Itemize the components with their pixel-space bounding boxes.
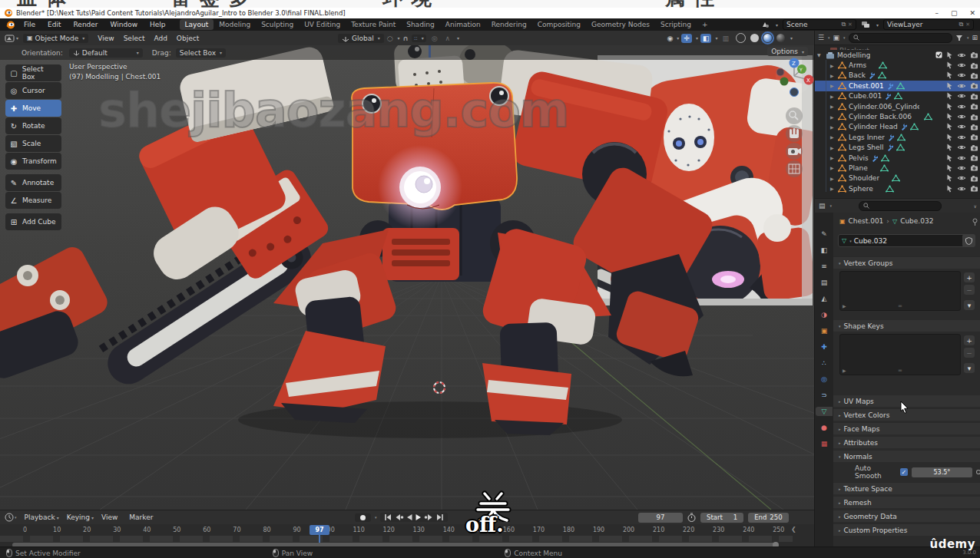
workspace-tab[interactable]: Animation: [440, 19, 486, 30]
editor-type-icon[interactable]: [5, 34, 15, 43]
expand-caret[interactable]: ▶: [830, 145, 836, 150]
list-grip[interactable]: =: [898, 368, 902, 374]
new-collection-icon[interactable]: ⊞: [972, 34, 978, 41]
render-camera-icon[interactable]: [970, 114, 978, 121]
falloff-icon[interactable]: ∧: [443, 34, 453, 43]
properties-tab-icon[interactable]: ◑: [816, 310, 833, 319]
scene-field[interactable]: Scene ⧉ ✕: [783, 19, 856, 30]
expand-caret[interactable]: ▶: [830, 124, 836, 130]
section-geometry-data[interactable]: ▸Geometry Data: [833, 510, 980, 522]
selectable-icon[interactable]: [946, 154, 953, 162]
visibility-caret[interactable]: ▾: [677, 35, 679, 41]
shading-rendered-icon[interactable]: [776, 34, 785, 42]
minimize-button[interactable]: –: [935, 9, 939, 17]
workspace-tab[interactable]: Compositing: [532, 19, 586, 30]
timeline-menu-item[interactable]: Keying▾: [67, 513, 94, 521]
workspace-tab[interactable]: UV Editing: [299, 19, 346, 30]
render-camera-icon[interactable]: [970, 124, 978, 130]
axis-neg-z-handle[interactable]: [790, 88, 799, 97]
outliner-object-row[interactable]: ▶ Back: [815, 71, 980, 81]
display-mode-caret[interactable]: ▾: [843, 35, 846, 40]
tool-button[interactable]: Cursor: [5, 82, 61, 99]
scene-dropdown-caret[interactable]: ▾: [776, 22, 778, 28]
selectable-icon[interactable]: [946, 61, 953, 69]
selectable-icon[interactable]: [946, 92, 953, 100]
jump-to-start-button[interactable]: [383, 513, 392, 521]
proportional-editing-icon[interactable]: ◎: [429, 34, 440, 43]
selectable-icon[interactable]: [946, 82, 953, 90]
fake-user-button[interactable]: [962, 234, 975, 247]
tool-button[interactable]: Transform: [5, 153, 61, 170]
auto-keying-button[interactable]: [355, 513, 371, 522]
editor-type-caret[interactable]: ▾: [16, 35, 18, 41]
render-camera-icon[interactable]: [970, 103, 978, 110]
selectable-icon[interactable]: [946, 71, 953, 79]
selectable-icon[interactable]: [946, 174, 953, 182]
outliner-object-row[interactable]: ▶ Sphere: [815, 183, 980, 193]
overlays-caret[interactable]: ▾: [715, 35, 717, 41]
camera-view-button[interactable]: [786, 143, 803, 160]
hide-eye-icon[interactable]: [957, 155, 966, 161]
new-viewlayer-icon[interactable]: ⧉: [958, 21, 963, 28]
outliner-collection-row[interactable]: ▼ Modelling: [815, 50, 980, 60]
selectable-icon[interactable]: [946, 123, 953, 130]
render-camera-icon[interactable]: [970, 82, 978, 89]
scene-icon[interactable]: [760, 21, 770, 28]
play-reverse-button[interactable]: [406, 513, 413, 521]
properties-tab-icon[interactable]: ●: [816, 423, 833, 432]
outliner-object-row[interactable]: ▶ Legs Shell: [815, 143, 980, 153]
transform-orientation[interactable]: Global ▾: [338, 34, 384, 43]
breadcrumb-object[interactable]: Chest.001: [849, 217, 884, 225]
workspace-tab[interactable]: Sculpting: [256, 19, 299, 30]
expand-caret[interactable]: ▶: [830, 134, 836, 140]
add-shape-key-button[interactable]: +: [964, 335, 975, 345]
auto-smooth-checkbox[interactable]: ✓: [900, 468, 907, 476]
expand-caret[interactable]: ▼: [817, 52, 823, 58]
axis-neg-x-handle[interactable]: [776, 68, 784, 76]
timeline-editor-icon[interactable]: [5, 513, 14, 522]
collection-checkbox[interactable]: [935, 51, 942, 58]
region-collapse-arrow[interactable]: ❮: [791, 526, 796, 533]
section-remesh[interactable]: ▸Remesh: [833, 496, 980, 508]
selectable-icon[interactable]: [946, 113, 953, 121]
stopwatch-icon[interactable]: [687, 513, 696, 522]
render-camera-icon[interactable]: [970, 72, 978, 79]
pan-view-button[interactable]: [786, 125, 803, 142]
section-custom-properties[interactable]: ▸Custom Properties: [833, 523, 980, 536]
vertex-group-specials-button[interactable]: ▾: [964, 300, 975, 310]
close-button[interactable]: ✕: [969, 9, 975, 17]
expand-caret[interactable]: ▶: [830, 155, 836, 160]
blender-logo-icon[interactable]: [5, 20, 15, 30]
falloff-caret[interactable]: ▾: [457, 35, 459, 41]
outliner-display-mode-icon[interactable]: ▣: [833, 34, 840, 41]
next-keyframe-button[interactable]: [424, 513, 434, 521]
shape-keys-list[interactable]: ▶ =: [839, 334, 961, 375]
viewport-menu-item[interactable]: Select: [124, 35, 145, 42]
outliner-object-row[interactable]: ▶ Cylinder.006_Cylinder.022: [815, 101, 980, 111]
properties-tab-icon[interactable]: ▤: [816, 278, 833, 287]
list-resize-corner[interactable]: ▶: [843, 368, 846, 373]
expand-caret[interactable]: ▶: [830, 63, 836, 68]
timeline-menu-item[interactable]: View▾: [101, 513, 121, 521]
tool-button[interactable]: Move: [5, 100, 61, 117]
hide-eye-icon[interactable]: [957, 175, 966, 181]
outliner-object-row[interactable]: ▶ Shoulder: [815, 173, 980, 183]
menu-item[interactable]: File: [18, 21, 41, 28]
render-camera-icon[interactable]: [970, 164, 978, 171]
playhead-frame-badge[interactable]: 97: [310, 525, 329, 535]
shading-caret[interactable]: ▾: [790, 35, 793, 41]
outliner-object-row[interactable]: ▶ Pelvis: [815, 153, 980, 163]
render-camera-icon[interactable]: [970, 185, 978, 192]
hide-eye-icon[interactable]: [957, 83, 966, 89]
viewport-nav-gizmo[interactable]: Z Y X: [774, 56, 814, 179]
tool-button[interactable]: Select Box: [5, 64, 61, 81]
hide-eye-icon[interactable]: [957, 62, 966, 68]
overlays-toggle-icon[interactable]: ◧: [700, 34, 712, 43]
menu-item[interactable]: Help: [144, 21, 172, 28]
section-attributes[interactable]: ▸Attributes: [833, 436, 980, 448]
hide-eye-icon[interactable]: [957, 186, 966, 192]
filter-icon[interactable]: [955, 35, 963, 41]
section-shape-keys[interactable]: ▾ Shape Keys: [833, 319, 980, 332]
auto-smooth-angle-slider[interactable]: 53.5°: [912, 467, 973, 477]
workspace-tab[interactable]: Scripting: [655, 19, 697, 30]
